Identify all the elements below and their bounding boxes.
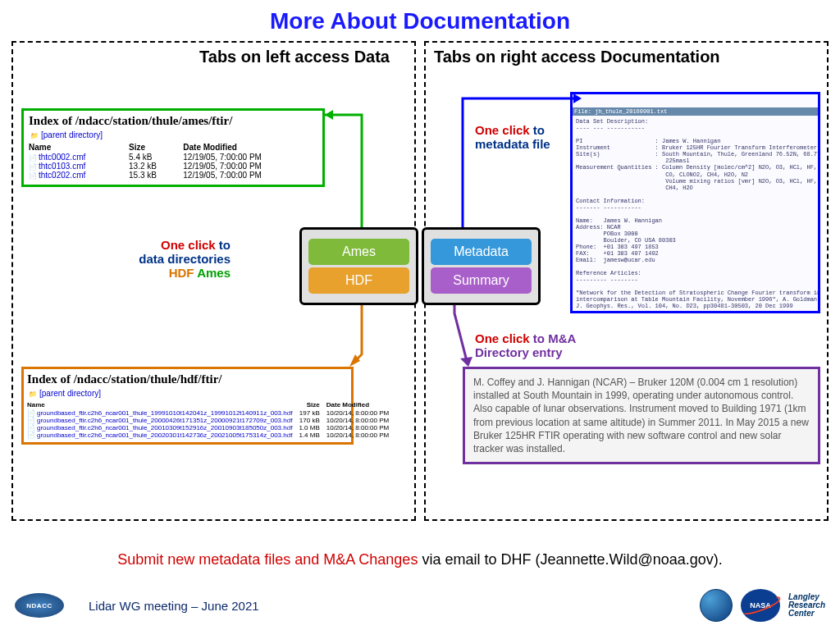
- file-link[interactable]: groundbased_ftir.c2h6_ncar001_thule_2000…: [27, 417, 299, 424]
- submit-instructions: Submit new metadata files and M&A Change…: [0, 551, 840, 568]
- metadata-file-view: File: jh_thule_20160901.txtData Set Desc…: [570, 92, 820, 313]
- svg-marker-1: [349, 354, 360, 367]
- table-row: groundbased_ftir.c2h6_ncar001_thule_2001…: [27, 424, 395, 431]
- ndacc-logo: NDACC: [15, 593, 64, 618]
- col-name: Name: [29, 142, 129, 153]
- data-tabs-panel: Ames HDF: [299, 227, 418, 305]
- table-row: groundbased_ftir.c2h6_ncar001_thule_2002…: [27, 431, 395, 439]
- table-row: groundbased_ftir.c2h6_ncar001_thule_2000…: [27, 417, 395, 424]
- footer-text: Lidar WG meeting – June 2021: [89, 599, 259, 613]
- table-row: thtc0103.cmf13.2 kB12/19/05, 7:00:00 PM: [29, 162, 317, 171]
- file-link[interactable]: groundbased_ftir.c2h6_ncar001_thule_1999…: [27, 409, 299, 417]
- file-link[interactable]: thtc0202.cmf: [29, 171, 129, 180]
- hdf-tab-button[interactable]: HDF: [308, 267, 409, 294]
- annotation-ma-entry: One click to M&A Directory entry: [475, 331, 576, 359]
- parent-dir-link[interactable]: [parent directory]: [29, 389, 348, 398]
- file-link[interactable]: groundbased_ftir.c2h6_ncar001_thule_2001…: [27, 424, 299, 431]
- table-row: groundbased_ftir.c2h6_ncar001_thule_1999…: [27, 409, 395, 417]
- right-heading: Tabs on right access Documentation: [426, 43, 827, 71]
- right-panel: Tabs on right access Documentation Metad…: [424, 41, 829, 521]
- left-panel: Tabs on left access Data Index of /ndacc…: [11, 41, 416, 521]
- ames-index-title: Index of /ndacc/station/thule/ames/ftir/: [29, 114, 317, 128]
- svg-marker-0: [325, 110, 333, 120]
- doc-tabs-panel: Metadata Summary: [422, 227, 541, 305]
- hdf-index-title: Index of /ndacc/station/thule/hdf/ftir/: [27, 372, 348, 386]
- table-row: thtc0002.cmf5.4 kB12/19/05, 7:00:00 PM: [29, 153, 317, 162]
- left-heading: Tabs on left access Data: [13, 43, 414, 71]
- larc-logo: LangleyResearchCenter: [788, 593, 825, 618]
- ames-listing: Index of /ndacc/station/thule/ames/ftir/…: [21, 108, 325, 187]
- hdf-listing: Index of /ndacc/station/thule/hdf/ftir/ …: [21, 367, 354, 445]
- noaa-logo: [700, 589, 733, 622]
- ames-tab-button[interactable]: Ames: [308, 239, 409, 265]
- col-size: Size: [299, 400, 326, 409]
- nasa-logo: NASA: [741, 589, 780, 622]
- table-row: thtc0202.cmf15.3 kB12/19/05, 7:00:00 PM: [29, 171, 317, 180]
- metadata-filename: File: jh_thule_20160901.txt: [573, 107, 818, 116]
- parent-dir-link[interactable]: [parent directory]: [30, 130, 317, 139]
- metadata-body: Data Set Description: ---- --- ---------…: [576, 118, 820, 309]
- col-name: Name: [27, 400, 299, 409]
- col-date: Date Modified: [183, 142, 317, 153]
- annotation-metadata: One click to metadata file: [475, 123, 550, 151]
- file-link[interactable]: groundbased_ftir.c2h6_ncar001_thule_2002…: [27, 431, 299, 439]
- file-link[interactable]: thtc0103.cmf: [29, 162, 129, 171]
- metadata-tab-button[interactable]: Metadata: [431, 239, 532, 265]
- footer: NDACC Lidar WG meeting – June 2021 NASA …: [0, 589, 840, 622]
- summary-tab-button[interactable]: Summary: [431, 267, 532, 294]
- summary-directory-entry: M. Coffey and J. Hannigan (NCAR) – Bruke…: [463, 367, 820, 464]
- page-title: More About Documentation: [11, 8, 829, 34]
- file-link[interactable]: thtc0002.cmf: [29, 153, 129, 162]
- col-size: Size: [129, 142, 183, 153]
- svg-marker-3: [460, 357, 472, 367]
- col-date: Date Modified: [326, 400, 396, 409]
- annotation-data-dirs: One click to data directories HDF Ames: [116, 238, 231, 280]
